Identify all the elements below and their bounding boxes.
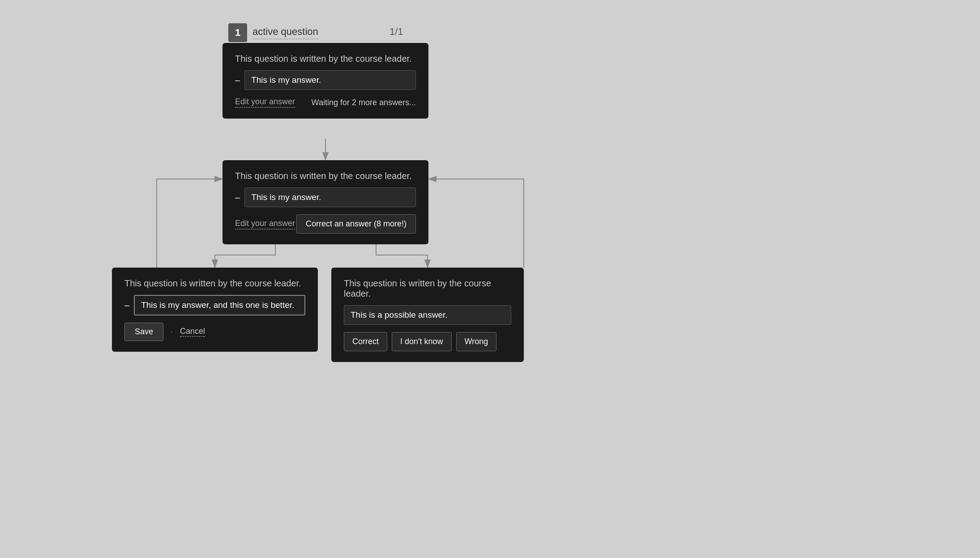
page-counter: 1/1 xyxy=(389,26,403,38)
card-1-footer: Edit your answer Waiting for 2 more answ… xyxy=(235,97,416,108)
active-question-label: 1 active question xyxy=(228,23,318,42)
card-3-answer-row: – xyxy=(124,295,305,315)
card-1-question-text: This question is written by the course l… xyxy=(235,54,416,64)
card-4-question-text: This question is written by the course l… xyxy=(344,278,511,299)
card-4: This question is written by the course l… xyxy=(331,268,524,362)
card-3-question-text: This question is written by the course l… xyxy=(124,278,305,289)
card-1-answer-input[interactable] xyxy=(244,70,416,90)
card-4-verdict-row: Correct I don't know Wrong xyxy=(344,332,511,351)
card-4-correct-btn[interactable]: Correct xyxy=(344,332,387,351)
card-4-wrong-btn[interactable]: Wrong xyxy=(456,332,497,351)
main-canvas: 1 active question 1/1 This question is w… xyxy=(0,0,980,558)
card-3-save-cancel-row: Save · Cancel xyxy=(124,323,305,341)
card-3-answer-input[interactable] xyxy=(134,295,305,315)
card-3: This question is written by the course l… xyxy=(112,268,318,352)
card-4-answer-row xyxy=(344,305,511,325)
card-2-footer: Edit your answer Correct an answer (8 mo… xyxy=(235,214,416,234)
card-3-save-btn[interactable]: Save xyxy=(124,323,163,341)
card-2-dash: – xyxy=(235,192,240,203)
card-3-dash: – xyxy=(124,300,129,311)
card-1-edit-link[interactable]: Edit your answer xyxy=(235,97,295,108)
card-3-dot-separator: · xyxy=(171,327,173,337)
card-1-waiting-text: Waiting for 2 more answers... xyxy=(312,98,416,107)
card-2-answer-row: – xyxy=(235,187,416,207)
active-question-text: active question xyxy=(252,26,318,39)
card-4-answer-input[interactable] xyxy=(344,305,511,325)
card-4-dont-know-btn[interactable]: I don't know xyxy=(392,332,452,351)
card-3-cancel-btn[interactable]: Cancel xyxy=(180,327,205,337)
card-2: This question is written by the course l… xyxy=(223,160,428,244)
card-1-dash: – xyxy=(235,75,240,85)
card-1: This question is written by the course l… xyxy=(223,43,428,119)
card-1-answer-row: – xyxy=(235,70,416,90)
question-number-badge: 1 xyxy=(228,23,247,42)
card-2-question-text: This question is written by the course l… xyxy=(235,171,416,181)
card-2-edit-link[interactable]: Edit your answer xyxy=(235,219,295,230)
card-2-answer-input[interactable] xyxy=(244,187,416,207)
card-2-correct-btn[interactable]: Correct an answer (8 more!) xyxy=(296,214,416,234)
